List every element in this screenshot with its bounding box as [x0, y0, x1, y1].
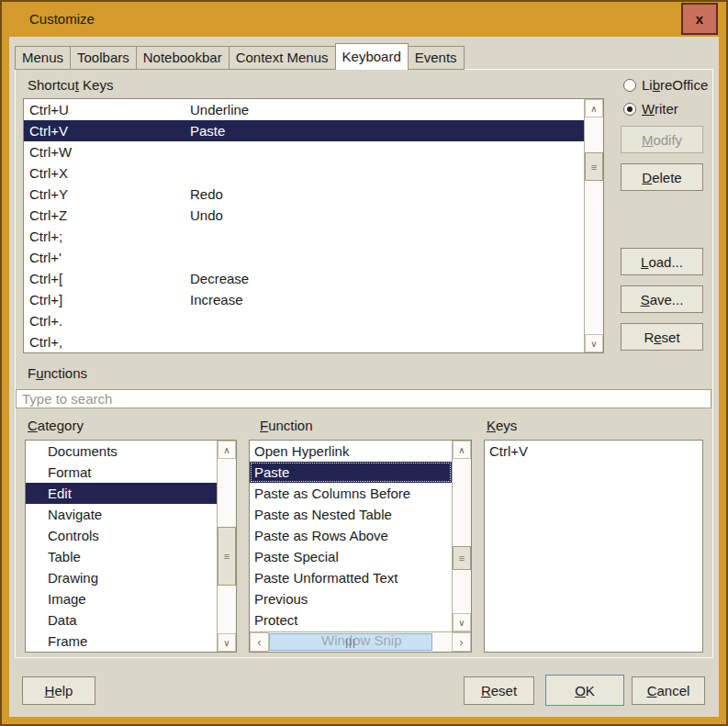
reset-button[interactable]: Reset: [464, 676, 534, 705]
category-item[interactable]: Image: [26, 588, 217, 609]
shortcut-row[interactable]: Ctrl+[Decrease: [24, 268, 584, 289]
customize-dialog: Customize x Menus Toolbars Notebookbar C…: [0, 0, 728, 726]
shortcut-row[interactable]: Ctrl+X: [24, 162, 584, 184]
scroll-left-icon[interactable]: ‹: [250, 632, 269, 652]
shortcut-row[interactable]: Ctrl+YRedo: [24, 184, 584, 205]
category-item[interactable]: Table: [26, 546, 217, 567]
shortcut-row[interactable]: Ctrl+.: [24, 310, 584, 331]
shortcut-row[interactable]: Ctrl+]Increase: [24, 289, 584, 310]
shortcut-keys-label: Shortcut Keys: [28, 77, 113, 93]
scroll-down-icon[interactable]: ∨: [218, 633, 236, 652]
scrollbar-thumb[interactable]: ≡: [585, 152, 603, 181]
keys-label: Keys: [487, 418, 517, 433]
tab-toolbars[interactable]: Toolbars: [70, 46, 137, 70]
category-item[interactable]: Drawing: [26, 567, 217, 588]
cancel-button[interactable]: Cancel: [632, 676, 705, 705]
category-list[interactable]: Documents Format Edit Navigate Controls …: [25, 440, 237, 653]
shortcut-row[interactable]: Ctrl+ZUndo: [24, 205, 584, 226]
category-item-selected[interactable]: Edit: [26, 483, 217, 504]
shortcut-command: Increase: [190, 289, 584, 310]
help-button[interactable]: Help: [22, 676, 95, 705]
scroll-up-icon[interactable]: ∧: [453, 441, 471, 459]
shortcut-command: [190, 310, 584, 331]
delete-button[interactable]: Delete: [621, 163, 703, 191]
modify-button[interactable]: Modify: [621, 126, 703, 153]
shortcut-row-selected[interactable]: Ctrl+VPaste: [24, 120, 584, 141]
shortcut-command: [190, 331, 584, 352]
function-item-selected[interactable]: Paste: [250, 462, 452, 483]
function-list-hscrollbar[interactable]: ‹ ||| ›: [250, 631, 471, 652]
category-item[interactable]: Frame: [26, 631, 217, 652]
functions-label: Functions: [28, 365, 87, 381]
shortcut-list-scrollbar[interactable]: ∧ ≡ ∨: [584, 99, 603, 352]
shortcut-key: Ctrl+U: [24, 99, 190, 120]
window-title: Customize: [29, 2, 95, 37]
shortcut-key: Ctrl+]: [24, 289, 190, 310]
function-item[interactable]: Paste Special: [250, 546, 452, 567]
shortcut-row[interactable]: Ctrl+W: [24, 141, 584, 162]
function-item[interactable]: Paste as Columns Before: [250, 483, 452, 504]
keys-item[interactable]: Ctrl+V: [485, 441, 702, 462]
shortcut-command: Paste: [190, 120, 584, 141]
scroll-right-icon[interactable]: ›: [452, 632, 471, 652]
function-item[interactable]: Protect: [250, 609, 452, 631]
shortcut-row[interactable]: Ctrl+UUnderline: [24, 99, 584, 120]
function-item[interactable]: Paste as Nested Table: [250, 504, 452, 525]
shortcut-key: Ctrl+X: [24, 162, 190, 184]
category-item[interactable]: Controls: [26, 525, 217, 546]
function-item[interactable]: Previous: [250, 588, 452, 609]
writer-radio-label: Writer: [642, 101, 678, 117]
tab-keyboard[interactable]: Keyboard: [335, 43, 409, 70]
function-item[interactable]: Paste as Rows Above: [250, 525, 452, 546]
category-item[interactable]: Format: [26, 462, 217, 483]
tab-strip: Menus Toolbars Notebookbar Context Menus…: [15, 43, 464, 70]
function-item[interactable]: Paste Unformatted Text: [250, 567, 452, 588]
scrollbar-thumb[interactable]: ≡: [453, 546, 471, 570]
shortcut-key: Ctrl+.: [24, 310, 190, 331]
scroll-down-icon[interactable]: ∨: [585, 334, 603, 352]
scrollbar-thumb[interactable]: ≡: [218, 527, 236, 586]
libreoffice-radio-label: LibreOffice: [642, 77, 708, 93]
shortcut-key: Ctrl+Z: [24, 205, 190, 226]
shortcut-command: Undo: [190, 205, 584, 226]
shortcut-command: [190, 226, 584, 247]
ok-button[interactable]: OK: [545, 675, 624, 706]
shortcut-key: Ctrl+': [24, 247, 190, 268]
shortcut-row[interactable]: Ctrl+': [24, 247, 584, 268]
scroll-up-icon[interactable]: ∧: [218, 441, 236, 459]
shortcut-key: Ctrl+V: [24, 120, 190, 141]
shortcut-row[interactable]: Ctrl+;: [24, 226, 584, 247]
tab-events[interactable]: Events: [408, 46, 465, 70]
shortcut-key: Ctrl+W: [24, 141, 190, 162]
category-item[interactable]: Navigate: [26, 504, 217, 525]
keys-list[interactable]: Ctrl+V: [484, 440, 703, 653]
search-input[interactable]: [16, 389, 711, 408]
shortcut-key: Ctrl+,: [24, 331, 190, 352]
shortcut-list[interactable]: Ctrl+UUnderline Ctrl+VPaste Ctrl+W Ctrl+…: [23, 98, 604, 353]
scroll-up-icon[interactable]: ∧: [585, 99, 603, 117]
dialog-content: Menus Toolbars Notebookbar Context Menus…: [9, 37, 719, 717]
close-button[interactable]: x: [681, 3, 718, 35]
shortcut-command: [190, 247, 584, 268]
title-bar[interactable]: Customize x: [2, 2, 726, 37]
load-button[interactable]: Load...: [621, 248, 703, 275]
category-item[interactable]: Documents: [26, 441, 217, 462]
function-list[interactable]: Open Hyperlink Paste Paste as Columns Be…: [249, 440, 472, 653]
tab-menus[interactable]: Menus: [15, 46, 71, 70]
tab-context-menus[interactable]: Context Menus: [229, 46, 336, 70]
scope-libreoffice-option[interactable]: LibreOffice: [623, 77, 708, 93]
scroll-down-icon[interactable]: ∨: [453, 613, 471, 631]
hscrollbar-thumb[interactable]: |||: [269, 633, 432, 651]
function-list-vscrollbar[interactable]: ∧ ≡ ∨: [452, 441, 471, 631]
libreoffice-radio-icon[interactable]: [623, 79, 636, 92]
scope-writer-option[interactable]: Writer: [623, 101, 678, 117]
category-list-scrollbar[interactable]: ∧ ≡ ∨: [217, 441, 236, 652]
reset-side-button[interactable]: Reset: [621, 323, 703, 351]
shortcut-command: Redo: [190, 184, 584, 205]
function-item[interactable]: Open Hyperlink: [250, 441, 452, 462]
category-item[interactable]: Data: [26, 609, 217, 631]
shortcut-row[interactable]: Ctrl+,: [24, 331, 584, 352]
tab-notebookbar[interactable]: Notebookbar: [136, 46, 230, 70]
writer-radio-icon[interactable]: [623, 103, 636, 116]
save-button[interactable]: Save...: [621, 285, 703, 313]
